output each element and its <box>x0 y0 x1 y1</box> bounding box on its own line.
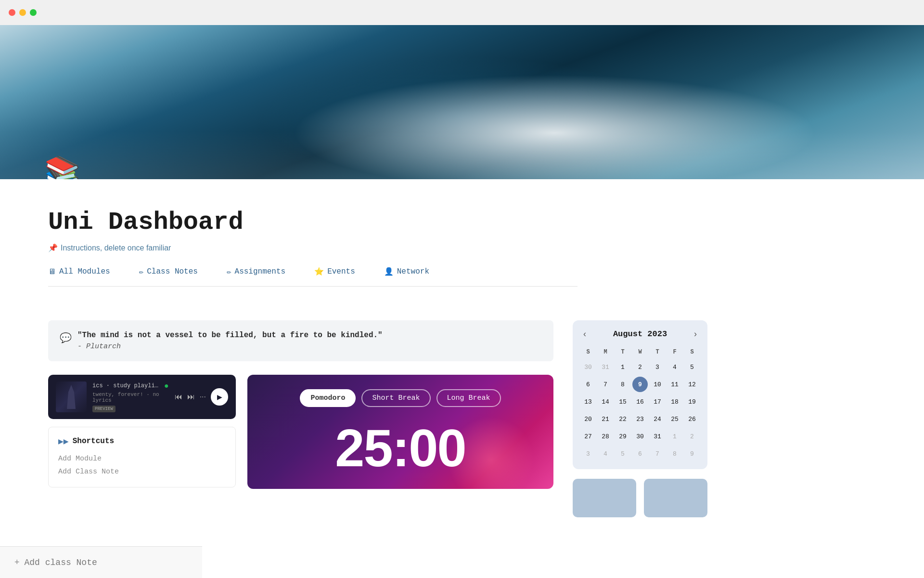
cal-day[interactable]: 30 <box>632 429 648 444</box>
cal-day[interactable]: 9 <box>632 377 648 392</box>
music-title: ics · study playlist · palumpo r <box>92 382 160 389</box>
quote-text: "The mind is not a vessel to be filled, … <box>77 331 383 340</box>
calendar-month: August 2023 <box>613 329 667 339</box>
add-class-note-bar: + Add class Note <box>0 546 202 578</box>
cal-day[interactable]: 29 <box>615 429 630 444</box>
nav-events[interactable]: ⭐ Events <box>314 267 355 276</box>
cal-day[interactable]: 14 <box>598 394 613 409</box>
add-module-shortcut[interactable]: Add Module <box>58 452 226 465</box>
cal-day[interactable]: 21 <box>598 411 613 427</box>
cal-header-sat: S <box>684 347 700 357</box>
cal-day[interactable]: 2 <box>684 429 700 444</box>
minimize-button[interactable] <box>19 9 26 16</box>
close-button[interactable] <box>9 9 15 16</box>
cal-day[interactable]: 23 <box>632 411 648 427</box>
add-class-note-icon: + <box>14 557 20 567</box>
nav-assignments[interactable]: ✏️ Assignments <box>227 267 285 276</box>
prev-button[interactable]: ⏮ <box>175 393 182 401</box>
cal-day[interactable]: 11 <box>667 377 682 392</box>
cal-day[interactable]: 5 <box>615 446 630 461</box>
cal-day[interactable]: 25 <box>667 411 682 427</box>
cal-day[interactable]: 16 <box>632 394 648 409</box>
next-button[interactable]: ⏭ <box>187 393 195 401</box>
cal-day[interactable]: 4 <box>598 446 613 461</box>
quote-box: 💬 "The mind is not a vessel to be filled… <box>48 320 553 361</box>
page-title: Uni Dashboard <box>48 208 578 236</box>
cal-day[interactable]: 30 <box>580 359 596 375</box>
cal-day[interactable]: 31 <box>650 429 665 444</box>
pomodoro-tab[interactable]: Pomodoro <box>300 389 356 407</box>
network-icon: 👤 <box>384 267 394 276</box>
quote-content: "The mind is not a vessel to be filled, … <box>77 331 383 351</box>
cal-day[interactable]: 7 <box>598 377 613 392</box>
modules-icon: 🖥 <box>48 267 56 276</box>
shortcuts-label: Shortcuts <box>73 437 114 446</box>
calendar-prev-button[interactable]: ‹ <box>580 328 589 340</box>
long-break-tab[interactable]: Long Break <box>436 389 501 407</box>
cal-day[interactable]: 22 <box>615 411 630 427</box>
cal-day[interactable]: 8 <box>615 377 630 392</box>
cal-day[interactable]: 3 <box>580 446 596 461</box>
album-art <box>56 381 87 412</box>
cal-day[interactable]: 6 <box>580 377 596 392</box>
shortcuts-arrow-icon: ▶▶ <box>58 436 69 447</box>
preview-badge: PREVIEW <box>92 406 116 412</box>
calendar-header: ‹ August 2023 › <box>580 328 700 340</box>
cal-header-mon: M <box>598 347 613 357</box>
pin-icon: 📌 <box>48 243 58 252</box>
stat-card-1 <box>573 479 636 517</box>
cal-day[interactable]: 8 <box>667 446 682 461</box>
maximize-button[interactable] <box>30 9 37 16</box>
cal-day[interactable]: 13 <box>580 394 596 409</box>
cal-day[interactable]: 19 <box>684 394 700 409</box>
cal-day[interactable]: 5 <box>684 359 700 375</box>
add-class-note-shortcut[interactable]: Add Class Note <box>58 465 226 478</box>
short-break-tab[interactable]: Short Break <box>361 389 430 407</box>
nav-class-notes[interactable]: ✏️ Class Notes <box>139 267 198 276</box>
cal-day[interactable]: 3 <box>650 359 665 375</box>
subtitle-text: Instructions, delete once familiar <box>61 244 171 252</box>
cal-day[interactable]: 28 <box>598 429 613 444</box>
cal-day[interactable]: 26 <box>684 411 700 427</box>
cal-day[interactable]: 4 <box>667 359 682 375</box>
cal-day[interactable]: 10 <box>650 377 665 392</box>
nav-class-notes-label: Class Notes <box>147 267 198 276</box>
nav-network-label: Network <box>397 267 429 276</box>
cal-day[interactable]: 15 <box>615 394 630 409</box>
cal-day[interactable]: 1 <box>667 429 682 444</box>
class-notes-icon: ✏️ <box>139 267 144 276</box>
nav-network[interactable]: 👤 Network <box>384 267 429 276</box>
cal-header-tue: T <box>615 347 630 357</box>
page-content: Uni Dashboard 📌 Instructions, delete onc… <box>0 179 626 306</box>
cal-day[interactable]: 24 <box>650 411 665 427</box>
page-icon: 📚 <box>44 157 80 179</box>
cal-day[interactable]: 6 <box>632 446 648 461</box>
cal-day[interactable]: 2 <box>632 359 648 375</box>
nav-bar: 🖥 All Modules ✏️ Class Notes ✏️ Assignme… <box>48 267 578 287</box>
calendar-box: ‹ August 2023 › S M T W T F S 3031123456… <box>573 320 707 469</box>
cal-day[interactable]: 27 <box>580 429 596 444</box>
cal-day[interactable]: 18 <box>667 394 682 409</box>
cal-day[interactable]: 31 <box>598 359 613 375</box>
add-class-note-label[interactable]: Add class Note <box>25 558 97 567</box>
cal-day[interactable]: 12 <box>684 377 700 392</box>
nav-all-modules-label: All Modules <box>59 267 110 276</box>
calendar-next-button[interactable]: › <box>691 328 700 340</box>
nav-all-modules[interactable]: 🖥 All Modules <box>48 267 110 276</box>
play-button[interactable]: ▶ <box>211 388 228 406</box>
cal-day[interactable]: 7 <box>650 446 665 461</box>
cal-day[interactable]: 9 <box>684 446 700 461</box>
more-button[interactable]: ··· <box>200 393 206 401</box>
album-silhouette <box>64 385 78 409</box>
cal-day[interactable]: 20 <box>580 411 596 427</box>
pomodoro-column: Pomodoro Short Break Long Break 25:00 <box>247 375 553 489</box>
cal-day[interactable]: 17 <box>650 394 665 409</box>
right-column: ‹ August 2023 › S M T W T F S 3031123456… <box>573 320 707 517</box>
timer-display: 25:00 <box>335 421 465 474</box>
cal-day[interactable]: 1 <box>615 359 630 375</box>
stat-card-2 <box>644 479 707 517</box>
music-controls: ⏮ ⏭ ··· ▶ <box>175 388 228 406</box>
music-info: ics · study playlist · palumpo r ● twent… <box>92 381 169 412</box>
cal-header-sun: S <box>580 347 596 357</box>
left-column: 💬 "The mind is not a vessel to be filled… <box>48 320 553 517</box>
